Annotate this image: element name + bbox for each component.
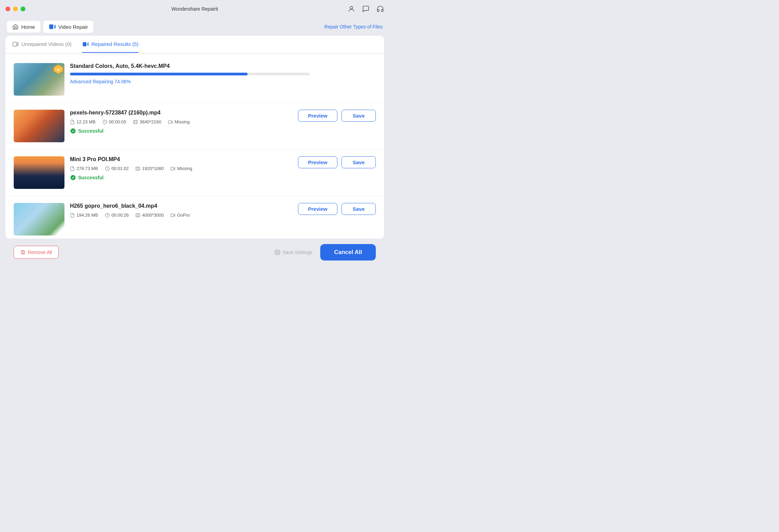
unrepaired-tab-icon (12, 41, 19, 47)
video-repair-nav-button[interactable]: Video Repair (43, 21, 93, 33)
svg-marker-22 (175, 167, 175, 170)
svg-rect-18 (136, 167, 140, 170)
file-icon-4 (70, 213, 75, 218)
headphone-icon[interactable] (376, 5, 384, 13)
svg-point-16 (71, 129, 76, 134)
video-thumbnail-1: ♦ (14, 63, 64, 96)
status-success-2: Successful (70, 128, 292, 134)
meta-resolution-2: 3840*2160 (133, 119, 161, 124)
video-actions-2: Preview Save (298, 110, 376, 122)
home-nav-button[interactable]: Home (7, 21, 40, 33)
clock-icon-4 (105, 213, 110, 218)
bottom-right: Save Settings Cancel All (274, 244, 376, 261)
svg-rect-21 (171, 167, 174, 170)
svg-marker-2 (55, 25, 56, 29)
trash-icon (20, 250, 26, 255)
tabs: Unrepaired Videos (0) Repaired Results (… (5, 36, 384, 53)
message-icon[interactable] (362, 5, 370, 13)
user-icon[interactable] (348, 5, 355, 13)
svg-rect-11 (133, 120, 137, 123)
svg-marker-4 (17, 42, 19, 46)
progress-bar-fill-1 (70, 73, 248, 75)
video-item-3: Mini 3 Pro POI.MP4 278.73 MB 00:01:02 19… (5, 149, 384, 196)
cancel-all-button[interactable]: Cancel All (320, 244, 376, 261)
home-label: Home (21, 24, 35, 30)
repair-other-link[interactable]: Repair Other Types of Files (324, 24, 383, 29)
file-icon-3 (70, 166, 75, 171)
meta-size-2: 12.23 MB (70, 119, 96, 124)
repair-badge-icon: ♦ (53, 64, 63, 74)
video-icon-4 (170, 213, 175, 218)
video-actions-3: Preview Save (298, 156, 376, 168)
tab-unrepaired-label: Unrepaired Videos (0) (21, 41, 71, 47)
video-thumbnail-4 (14, 203, 64, 235)
svg-point-30 (277, 252, 278, 253)
title-bar: Wondershare Repairit (0, 0, 389, 18)
remove-all-button[interactable]: Remove All (14, 246, 59, 259)
clock-icon-3 (105, 166, 110, 171)
clock-icon-2 (103, 120, 107, 124)
video-thumbnail-3 (14, 156, 64, 189)
close-button[interactable] (5, 7, 10, 11)
traffic-lights (5, 7, 25, 11)
video-name-2: pexels-henry-5723847 (2160p).mp4 (70, 110, 292, 116)
preview-button-3[interactable]: Preview (298, 156, 337, 168)
svg-rect-25 (136, 214, 140, 217)
svg-rect-14 (168, 120, 171, 123)
minimize-button[interactable] (13, 7, 18, 11)
save-button-4[interactable]: Save (341, 203, 376, 215)
bottom-bar: Remove All Save Settings Cancel All (5, 239, 384, 266)
meta-source-3: Missing (170, 166, 192, 171)
preview-button-2[interactable]: Preview (298, 110, 337, 122)
maximize-button[interactable] (21, 7, 25, 11)
remove-all-label: Remove All (28, 250, 52, 255)
video-name-4: H265 gopro_hero6_black_04.mp4 (70, 203, 292, 209)
svg-point-0 (350, 7, 352, 9)
video-icon-2 (168, 120, 173, 124)
resolution-icon-4 (135, 213, 140, 218)
meta-size-4: 194.26 MB (70, 213, 98, 218)
save-button-2[interactable]: Save (341, 110, 376, 122)
resolution-icon-2 (133, 120, 138, 124)
app-title: Wondershare Repairit (171, 6, 218, 12)
resolution-icon-3 (135, 166, 140, 171)
header-icons (348, 5, 384, 13)
check-circle-icon-3 (70, 174, 76, 181)
progress-label-1: Advanced Repairing 74.06% (70, 79, 376, 84)
svg-marker-15 (172, 121, 173, 123)
video-name-1: Standard Colors, Auto, 5.4K-hevc.MP4 (70, 63, 376, 69)
preview-button-4[interactable]: Preview (298, 203, 337, 215)
status-success-3: Successful (70, 174, 292, 181)
video-meta-4: 194.26 MB 00:00:26 4000*3000 GoPro (70, 213, 292, 218)
tab-repaired[interactable]: Repaired Results (5) (82, 36, 139, 53)
video-info-4: H265 gopro_hero6_black_04.mp4 194.26 MB … (70, 203, 292, 221)
save-settings-label: Save Settings (283, 250, 312, 255)
video-item-4: H265 gopro_hero6_black_04.mp4 194.26 MB … (5, 196, 384, 239)
tab-repaired-label: Repaired Results (5) (91, 41, 139, 47)
video-info-1: Standard Colors, Auto, 5.4K-hevc.MP4 Adv… (70, 63, 376, 84)
video-info-3: Mini 3 Pro POI.MP4 278.73 MB 00:01:02 19… (70, 156, 292, 181)
action-row-2: Preview Save (298, 110, 376, 122)
meta-source-2: Missing (168, 119, 190, 124)
meta-duration-2: 00:00:05 (103, 119, 127, 124)
svg-point-23 (71, 175, 76, 180)
progress-bar-track-1 (70, 73, 310, 75)
svg-rect-3 (13, 42, 17, 46)
meta-source-4: GoPro (170, 213, 190, 218)
save-button-3[interactable]: Save (341, 156, 376, 168)
svg-rect-28 (171, 214, 174, 216)
svg-rect-5 (83, 42, 87, 46)
home-icon (12, 24, 19, 30)
action-row-4: Preview Save (298, 203, 376, 215)
video-actions-4: Preview Save (298, 203, 376, 215)
meta-duration-4: 00:00:26 (105, 213, 129, 218)
videos-list: ♦ Standard Colors, Auto, 5.4K-hevc.MP4 A… (5, 53, 384, 239)
svg-marker-6 (87, 42, 88, 46)
svg-marker-29 (175, 214, 175, 216)
repaired-tab-icon (82, 41, 88, 47)
video-name-3: Mini 3 Pro POI.MP4 (70, 156, 292, 162)
save-settings-button[interactable]: Save Settings (274, 249, 312, 255)
tab-unrepaired[interactable]: Unrepaired Videos (0) (12, 36, 71, 53)
video-item-2: pexels-henry-5723847 (2160p).mp4 12.23 M… (5, 103, 384, 149)
meta-resolution-4: 4000*3000 (135, 213, 164, 218)
